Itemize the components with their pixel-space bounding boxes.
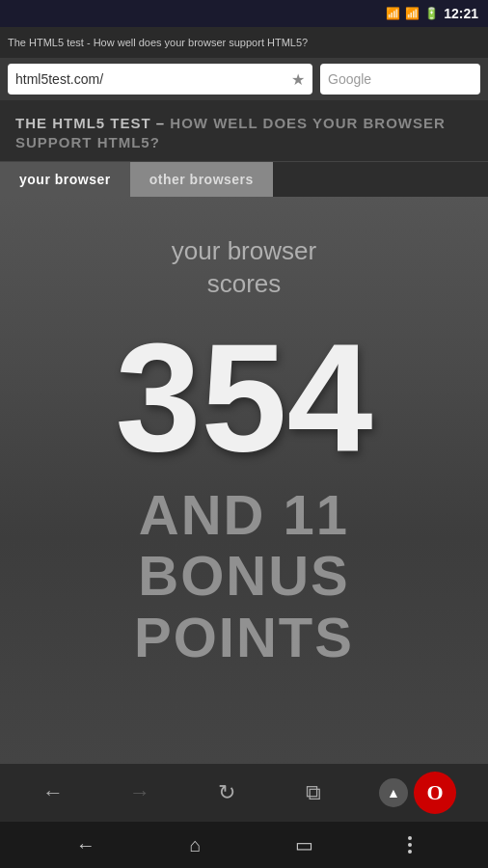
status-time: 12:21	[444, 6, 478, 21]
reload-icon: ↻	[218, 780, 235, 805]
back-button[interactable]: ←	[32, 772, 74, 814]
android-menu-button[interactable]	[408, 836, 412, 854]
opera-area: ▲ O	[379, 772, 456, 814]
search-bar[interactable]: Google	[320, 64, 480, 95]
tabs-row: your browser other browsers	[0, 161, 488, 197]
android-menu-icon	[408, 836, 412, 854]
browser-nav-bar: ← → ↻ ⧉ ▲ O	[0, 764, 488, 822]
wifi-icon: 📶	[386, 7, 400, 20]
main-content: your browserscores 354 AND 11 BONUS POIN…	[0, 197, 488, 764]
speed-dial-icon: ▲	[387, 785, 400, 800]
browser-tab-bar: The HTML5 test - How well does your brow…	[0, 27, 488, 58]
battery-icon: 🔋	[424, 7, 439, 20]
score-number: 354	[116, 320, 373, 475]
page-title: THE HTML5 TEST – HOW WELL DOES YOUR BROW…	[15, 114, 473, 151]
tab-your-browser[interactable]: your browser	[0, 162, 130, 197]
tab-title: The HTML5 test - How well does your brow…	[8, 37, 480, 48]
android-recent-icon: ▭	[295, 834, 313, 855]
forward-icon: →	[129, 780, 150, 805]
address-bar-row: html5test.com/ ★ Google	[0, 58, 488, 100]
address-text: html5test.com/	[15, 71, 285, 87]
android-back-icon: ←	[76, 834, 95, 855]
bonus-line1: AND 11	[139, 483, 349, 546]
android-recent-button[interactable]: ▭	[295, 833, 313, 856]
bonus-line2: BONUS	[138, 544, 349, 607]
tab-other-browsers[interactable]: other browsers	[130, 162, 273, 197]
android-back-button[interactable]: ←	[76, 834, 95, 856]
scores-label: your browserscores	[172, 235, 316, 301]
page-title-dash: –	[156, 115, 171, 131]
status-bar: 📶 📶 🔋 12:21	[0, 0, 488, 27]
status-icons: 📶 📶 🔋 12:21	[386, 6, 478, 21]
page-title-line1: THE HTML5 TEST	[15, 115, 151, 131]
bookmark-icon[interactable]: ★	[291, 70, 305, 89]
page-header: THE HTML5 TEST – HOW WELL DOES YOUR BROW…	[0, 100, 488, 161]
tabs-button[interactable]: ⧉	[292, 772, 335, 814]
search-placeholder: Google	[328, 71, 371, 87]
system-bar: ← ⌂ ▭	[0, 822, 488, 868]
address-bar[interactable]: html5test.com/ ★	[8, 64, 312, 95]
speed-dial-button[interactable]: ▲	[379, 778, 408, 807]
opera-icon: O	[426, 780, 443, 805]
bonus-line3: POINTS	[134, 606, 354, 668]
signal-icon: 📶	[405, 7, 420, 20]
android-home-button[interactable]: ⌂	[190, 834, 202, 856]
android-home-icon: ⌂	[190, 834, 202, 855]
reload-button[interactable]: ↻	[205, 772, 248, 814]
tabs-icon: ⧉	[306, 780, 321, 805]
opera-button[interactable]: O	[414, 772, 456, 814]
back-icon: ←	[42, 780, 64, 805]
bonus-text: AND 11 BONUS POINTS	[134, 484, 354, 668]
forward-button[interactable]: →	[119, 772, 161, 814]
